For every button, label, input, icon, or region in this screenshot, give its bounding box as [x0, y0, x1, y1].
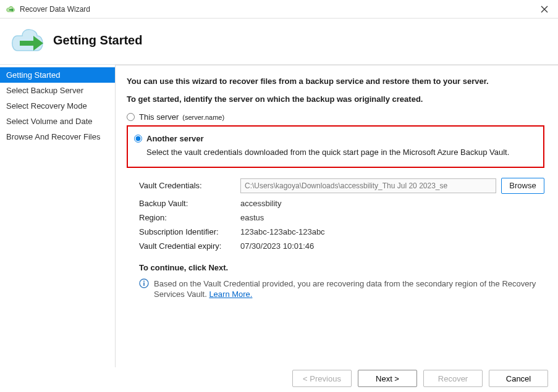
step-select-recovery-mode[interactable]: Select Recovery Mode	[0, 98, 115, 114]
browse-button[interactable]: Browse	[501, 178, 544, 194]
app-icon	[5, 4, 16, 15]
subscription-label: Subscription Identifier:	[139, 227, 237, 236]
svg-point-1	[143, 280, 145, 281]
expiry-value: 07/30/2023 10:01:46	[240, 241, 544, 251]
vault-details-grid: Vault Credentials: Browse Backup Vault: …	[139, 178, 544, 251]
this-server-name: (server.name)	[182, 114, 224, 121]
another-server-desc: Select the vault credentials downloaded …	[146, 147, 537, 158]
cloud-restore-icon	[5, 25, 48, 56]
radio-this-server[interactable]: This server (server.name)	[127, 112, 544, 122]
step-getting-started[interactable]: Getting Started	[0, 67, 115, 83]
radio-this-server-input[interactable]	[127, 113, 135, 121]
window-title: Recover Data Wizard	[20, 5, 541, 14]
info-icon	[139, 278, 149, 288]
vault-credentials-label: Vault Credentials:	[139, 181, 237, 190]
previous-button: < Previous	[292, 370, 352, 387]
backup-vault-label: Backup Vault:	[139, 199, 237, 208]
wizard-main-panel: You can use this wizard to recover files…	[115, 65, 558, 367]
step-browse-recover[interactable]: Browse And Recover Files	[0, 129, 115, 144]
cancel-button[interactable]: Cancel	[489, 370, 548, 387]
vault-credentials-input[interactable]	[240, 178, 496, 193]
next-button[interactable]: Next >	[358, 370, 417, 387]
wizard-footer: < Previous Next > Recover Cancel	[292, 370, 548, 387]
radio-this-server-label: This server	[139, 112, 179, 122]
wizard-body: Getting Started Select Backup Server Sel…	[0, 65, 558, 367]
vault-credentials-row: Browse	[240, 178, 544, 194]
wizard-steps-sidebar: Getting Started Select Backup Server Sel…	[0, 65, 115, 367]
identify-text: To get started, identify the server on w…	[127, 94, 544, 104]
region-label: Region:	[139, 213, 237, 222]
backup-vault-value: accessbility	[240, 199, 544, 208]
radio-another-server-input[interactable]	[134, 135, 142, 143]
info-text-wrap: Based on the Vault Credential provided, …	[154, 278, 544, 300]
region-value: eastus	[240, 213, 544, 222]
wizard-header: Getting Started	[0, 19, 558, 65]
info-message: Based on the Vault Credential provided, …	[139, 278, 544, 300]
learn-more-link[interactable]: Learn More.	[209, 290, 252, 299]
close-button[interactable]	[541, 6, 553, 13]
step-select-volume-date[interactable]: Select Volume and Date	[0, 114, 115, 129]
subscription-value: 123abc-123abc-123abc	[240, 227, 544, 236]
svg-rect-2	[143, 282, 145, 286]
titlebar: Recover Data Wizard	[0, 0, 558, 19]
radio-another-server[interactable]: Another server	[134, 134, 537, 143]
intro-text: You can use this wizard to recover files…	[127, 77, 544, 86]
page-title: Getting Started	[53, 33, 142, 48]
another-server-highlight: Another server Select the vault credenti…	[127, 125, 544, 168]
expiry-label: Vault Credential expiry:	[139, 241, 237, 251]
recover-button: Recover	[423, 370, 483, 387]
radio-another-server-label: Another server	[146, 134, 203, 143]
step-select-backup-server[interactable]: Select Backup Server	[0, 83, 115, 98]
continue-text: To continue, click Next.	[139, 263, 544, 272]
